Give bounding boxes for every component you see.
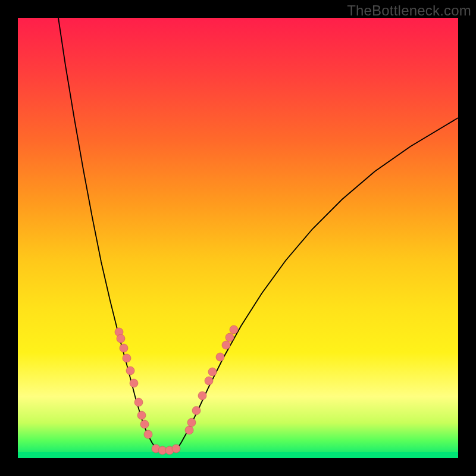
dots-right-cluster — [185, 325, 238, 434]
data-dot — [137, 411, 146, 419]
curve-left-branch — [58, 18, 156, 449]
data-dot — [140, 420, 149, 428]
data-dot — [192, 406, 201, 415]
data-dot — [222, 341, 230, 349]
data-dot — [126, 367, 134, 375]
data-dot — [120, 344, 128, 352]
data-dot — [172, 444, 180, 453]
dots-left-cluster — [115, 328, 152, 439]
data-dot — [185, 426, 193, 434]
watermark-text: TheBottleneck.com — [347, 2, 471, 19]
curve-right-branch — [177, 118, 458, 449]
data-dot — [230, 325, 238, 334]
data-dot — [130, 379, 138, 387]
data-dot — [123, 354, 131, 362]
data-dot — [144, 430, 152, 439]
data-dot — [198, 392, 206, 400]
data-dot — [134, 398, 143, 406]
data-dot — [208, 368, 217, 376]
data-dot — [117, 334, 125, 343]
data-dot — [205, 377, 213, 385]
plot-area — [18, 18, 458, 458]
chart-overlay — [18, 18, 458, 458]
data-dot — [226, 333, 234, 342]
data-dot — [216, 353, 224, 361]
bottom-beads — [152, 444, 180, 455]
stage: TheBottleneck.com — [0, 0, 476, 476]
data-dot — [187, 418, 196, 427]
